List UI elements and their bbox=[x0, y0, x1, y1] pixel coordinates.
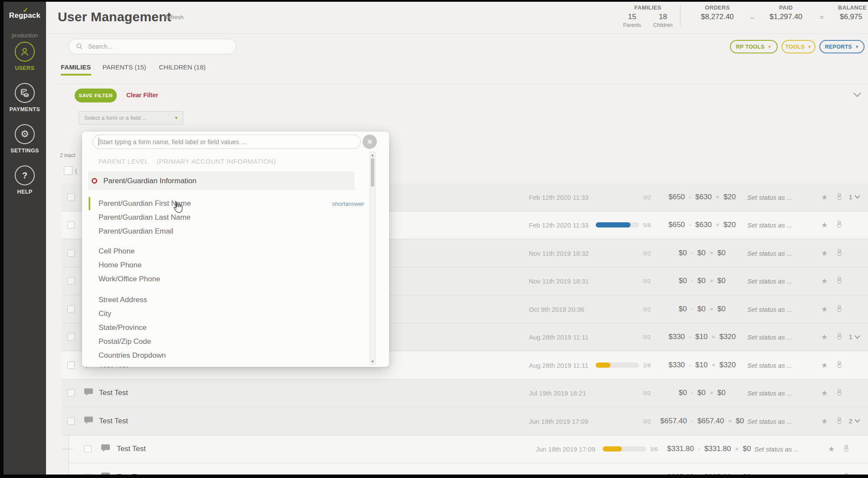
set-status-link[interactable]: Set status as ... bbox=[754, 445, 799, 453]
set-status-link[interactable]: Set status as ... bbox=[747, 221, 792, 229]
sidebar-item-help[interactable]: ? HELP bbox=[3, 165, 46, 195]
set-status-link[interactable]: Set status as ... bbox=[747, 249, 792, 257]
refresh-link[interactable]: Refresh bbox=[164, 14, 184, 20]
assign-user-icon[interactable] bbox=[836, 277, 843, 286]
assign-user-icon[interactable] bbox=[836, 304, 843, 313]
field-search-input[interactable]: Start typing a form name, field label or… bbox=[92, 135, 361, 149]
expand-count[interactable]: 1 bbox=[849, 333, 860, 340]
amount-operator: - bbox=[689, 362, 691, 368]
field-list-item[interactable]: State/Province bbox=[88, 321, 355, 335]
assign-user-icon[interactable] bbox=[836, 416, 843, 425]
assign-user-icon[interactable] bbox=[836, 360, 843, 369]
star-icon[interactable]: ★ bbox=[821, 304, 828, 313]
star-icon[interactable]: ★ bbox=[828, 445, 835, 454]
table-row[interactable]: Test Test Jun 18th 2019 17:09 3/6 $331.8… bbox=[69, 435, 868, 464]
rp-tools-button[interactable]: RP TOOLS▼ bbox=[730, 40, 778, 53]
set-status-link[interactable]: Set status as ... bbox=[747, 277, 792, 285]
star-icon[interactable]: ★ bbox=[821, 192, 828, 201]
family-name[interactable]: Test Test bbox=[117, 445, 146, 453]
field-list-item[interactable]: Countries Dropdown bbox=[88, 349, 355, 363]
star-icon[interactable]: ★ bbox=[821, 333, 828, 342]
modal-scrollbar[interactable]: ▲ ▼ bbox=[370, 152, 376, 365]
selected-form-item[interactable]: Parent/Guardian Information bbox=[88, 171, 355, 190]
field-list-item[interactable]: Home Phone bbox=[88, 258, 355, 272]
assign-user-icon[interactable] bbox=[836, 248, 843, 257]
tools-button[interactable]: TOOLS▼ bbox=[782, 40, 815, 53]
clear-filter-link[interactable]: Clear Filter bbox=[126, 92, 158, 99]
sidebar-item-label: SETTINGS bbox=[3, 148, 46, 154]
field-list-item[interactable]: Parent/Guardian Email bbox=[88, 224, 355, 238]
search-input[interactable]: Search... bbox=[69, 39, 236, 54]
collapse-chevron-icon[interactable] bbox=[853, 91, 861, 99]
star-icon[interactable]: ★ bbox=[821, 416, 828, 425]
assign-user-icon[interactable] bbox=[836, 221, 843, 230]
scrollbar-thumb[interactable] bbox=[371, 158, 374, 187]
expand-count[interactable]: 1 bbox=[849, 194, 860, 201]
amount-operator: = bbox=[710, 306, 713, 312]
field-list-item[interactable]: Work/Office Phone bbox=[88, 272, 355, 286]
amount-value: $331.80 bbox=[704, 445, 731, 453]
set-status-link[interactable]: Set status as ... bbox=[747, 333, 792, 341]
table-row[interactable]: Test Test Jul 19th 2019 16:21 0/2 $0-$0=… bbox=[62, 379, 868, 408]
scroll-up-icon[interactable]: ▲ bbox=[370, 153, 375, 157]
assign-user-icon[interactable] bbox=[836, 333, 843, 342]
field-list-item[interactable]: Street Address bbox=[88, 293, 355, 307]
field-list-item[interactable]: Cell Phone bbox=[88, 244, 355, 258]
field-list-item[interactable]: Parent/Guardian First Name shortanswer bbox=[88, 197, 355, 211]
star-icon[interactable]: ★ bbox=[821, 221, 828, 230]
stat-families: FAMILIES 15 Parents 18 Children bbox=[616, 4, 680, 28]
row-checkbox[interactable] bbox=[67, 277, 75, 285]
assign-user-icon[interactable] bbox=[843, 445, 850, 454]
row-checkbox[interactable] bbox=[67, 249, 75, 257]
amount-value: $0 bbox=[697, 305, 706, 313]
set-status-link[interactable]: Set status as ... bbox=[747, 193, 792, 201]
amount-value: $0 bbox=[743, 445, 751, 453]
row-checkbox[interactable] bbox=[67, 305, 75, 313]
expand-count[interactable]: 2 bbox=[849, 418, 860, 425]
tab-families[interactable]: FAMILIES bbox=[61, 63, 91, 71]
tab-parents[interactable]: PARENTS (15) bbox=[102, 63, 146, 71]
family-name[interactable]: Test Test bbox=[99, 417, 128, 425]
sidebar-item-label: PAYMENTS bbox=[3, 106, 46, 112]
field-label: Cell Phone bbox=[99, 247, 135, 256]
chat-bubble-icon[interactable] bbox=[84, 416, 93, 426]
set-status-link[interactable]: Set status as ... bbox=[747, 305, 792, 313]
chat-bubble-icon[interactable] bbox=[84, 388, 93, 398]
row-checkbox[interactable] bbox=[67, 333, 75, 341]
row-checkbox[interactable] bbox=[84, 445, 92, 453]
orders-value: $8,272.40 bbox=[691, 13, 743, 21]
reports-button[interactable]: REPORTS▼ bbox=[819, 40, 865, 53]
sidebar-item-payments[interactable]: PAYMENTS bbox=[3, 83, 46, 112]
amount-value: $10 bbox=[695, 333, 707, 341]
sidebar-item-users[interactable]: USERS bbox=[3, 42, 46, 71]
set-status-link[interactable]: Set status as ... bbox=[747, 417, 792, 425]
table-row[interactable]: Test Test Jun 18th 2019 17:09 0/2 $657.4… bbox=[62, 407, 868, 435]
select-all-checkbox[interactable] bbox=[64, 166, 73, 175]
field-list-item[interactable]: Parent/Guardian Last Name bbox=[88, 211, 355, 224]
field-list-item[interactable]: City bbox=[88, 307, 355, 321]
search-icon bbox=[76, 43, 83, 50]
close-icon[interactable]: ✕ bbox=[363, 135, 377, 149]
family-name[interactable]: Test Test bbox=[99, 389, 128, 397]
scroll-down-icon[interactable]: ▼ bbox=[370, 359, 375, 364]
tab-children[interactable]: CHILDREN (18) bbox=[159, 63, 206, 71]
assign-user-icon[interactable] bbox=[836, 389, 843, 398]
chat-bubble-icon[interactable] bbox=[101, 444, 110, 454]
row-checkbox[interactable] bbox=[67, 361, 75, 369]
set-status-link[interactable]: Set status as ... bbox=[747, 389, 792, 397]
text-caret bbox=[99, 138, 99, 145]
sidebar-item-settings[interactable]: ⚙ SETTINGS bbox=[3, 124, 46, 154]
field-select-dropdown[interactable]: Select a form or a field ... ▼ bbox=[79, 111, 183, 125]
row-checkbox[interactable] bbox=[67, 417, 75, 425]
star-icon[interactable]: ★ bbox=[821, 389, 828, 398]
star-icon[interactable]: ★ bbox=[821, 277, 828, 286]
row-checkbox[interactable] bbox=[67, 221, 75, 229]
row-checkbox[interactable] bbox=[67, 389, 75, 397]
field-list-item[interactable]: Postal/Zip Code bbox=[88, 335, 355, 349]
set-status-link[interactable]: Set status as ... bbox=[747, 361, 792, 369]
star-icon[interactable]: ★ bbox=[821, 248, 828, 257]
assign-user-icon[interactable] bbox=[836, 192, 843, 201]
row-checkbox[interactable] bbox=[67, 193, 75, 201]
star-icon[interactable]: ★ bbox=[821, 360, 828, 369]
save-filter-button[interactable]: SAVE FILTER bbox=[75, 89, 117, 102]
